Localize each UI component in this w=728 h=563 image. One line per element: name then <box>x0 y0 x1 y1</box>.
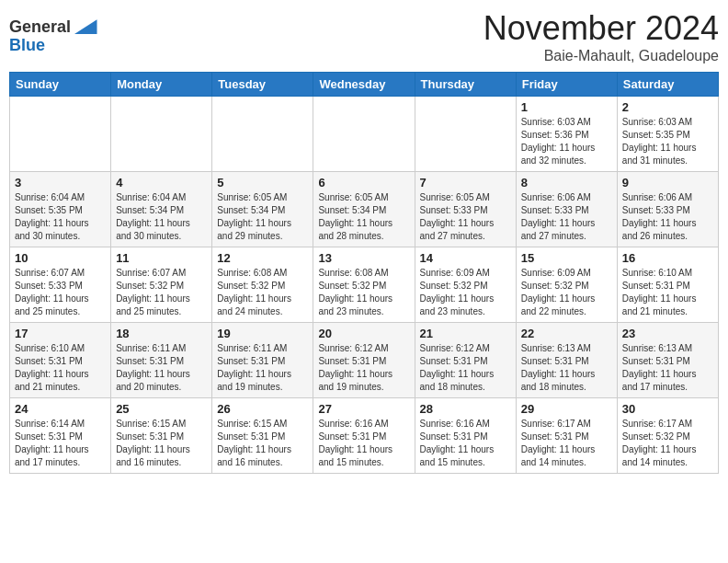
day-info: Sunrise: 6:08 AM Sunset: 5:32 PM Dayligh… <box>318 267 409 318</box>
calendar-cell: 7Sunrise: 6:05 AM Sunset: 5:33 PM Daylig… <box>415 172 516 247</box>
calendar-cell: 14Sunrise: 6:09 AM Sunset: 5:32 PM Dayli… <box>415 247 516 323</box>
day-number: 27 <box>318 402 409 416</box>
weekday-header: Tuesday <box>212 73 313 97</box>
day-number: 15 <box>521 251 612 265</box>
day-number: 3 <box>15 176 106 190</box>
calendar-cell <box>313 97 415 172</box>
calendar-cell <box>415 97 516 172</box>
day-number: 25 <box>116 402 207 416</box>
day-number: 20 <box>318 327 409 340</box>
calendar-cell: 24Sunrise: 6:14 AM Sunset: 5:31 PM Dayli… <box>10 398 111 474</box>
day-number: 19 <box>217 327 308 340</box>
day-number: 4 <box>116 176 207 190</box>
day-info: Sunrise: 6:07 AM Sunset: 5:32 PM Dayligh… <box>116 267 207 318</box>
calendar-header-row: SundayMondayTuesdayWednesdayThursdayFrid… <box>10 73 719 97</box>
calendar-week-row: 10Sunrise: 6:07 AM Sunset: 5:33 PM Dayli… <box>10 247 719 323</box>
day-info: Sunrise: 6:09 AM Sunset: 5:32 PM Dayligh… <box>521 267 612 318</box>
calendar-cell: 29Sunrise: 6:17 AM Sunset: 5:31 PM Dayli… <box>516 398 617 474</box>
weekday-header: Wednesday <box>313 73 415 97</box>
calendar-cell <box>212 97 313 172</box>
calendar-cell <box>10 97 111 172</box>
day-number: 29 <box>521 402 612 416</box>
day-info: Sunrise: 6:06 AM Sunset: 5:33 PM Dayligh… <box>622 191 713 243</box>
calendar-cell <box>111 97 212 172</box>
calendar-cell: 30Sunrise: 6:17 AM Sunset: 5:32 PM Dayli… <box>617 398 718 474</box>
calendar-cell: 25Sunrise: 6:15 AM Sunset: 5:31 PM Dayli… <box>111 398 212 474</box>
title-block: November 2024 Baie-Mahault, Guadeloupe <box>483 9 719 64</box>
month-title: November 2024 <box>483 9 719 48</box>
calendar-week-row: 1Sunrise: 6:03 AM Sunset: 5:36 PM Daylig… <box>10 97 719 172</box>
day-info: Sunrise: 6:11 AM Sunset: 5:31 PM Dayligh… <box>217 342 308 394</box>
day-info: Sunrise: 6:11 AM Sunset: 5:31 PM Dayligh… <box>116 342 207 394</box>
calendar-table: SundayMondayTuesdayWednesdayThursdayFrid… <box>9 72 719 474</box>
day-info: Sunrise: 6:15 AM Sunset: 5:31 PM Dayligh… <box>116 418 207 469</box>
calendar-cell: 23Sunrise: 6:13 AM Sunset: 5:31 PM Dayli… <box>617 323 718 398</box>
calendar-cell: 20Sunrise: 6:12 AM Sunset: 5:31 PM Dayli… <box>313 323 415 398</box>
day-number: 16 <box>622 251 713 265</box>
day-number: 18 <box>116 327 207 340</box>
day-info: Sunrise: 6:15 AM Sunset: 5:31 PM Dayligh… <box>217 418 308 469</box>
day-info: Sunrise: 6:16 AM Sunset: 5:31 PM Dayligh… <box>420 418 511 469</box>
day-info: Sunrise: 6:03 AM Sunset: 5:35 PM Dayligh… <box>622 116 713 167</box>
calendar-cell: 19Sunrise: 6:11 AM Sunset: 5:31 PM Dayli… <box>212 323 313 398</box>
logo-general: General <box>9 17 71 36</box>
day-number: 2 <box>622 100 713 114</box>
day-number: 23 <box>622 327 713 340</box>
day-info: Sunrise: 6:04 AM Sunset: 5:34 PM Dayligh… <box>116 191 207 243</box>
calendar-cell: 2Sunrise: 6:03 AM Sunset: 5:35 PM Daylig… <box>617 97 718 172</box>
day-info: Sunrise: 6:05 AM Sunset: 5:34 PM Dayligh… <box>217 191 308 243</box>
day-number: 17 <box>15 327 106 340</box>
calendar-cell: 18Sunrise: 6:11 AM Sunset: 5:31 PM Dayli… <box>111 323 212 398</box>
day-number: 9 <box>622 176 713 190</box>
weekday-header: Thursday <box>415 73 516 97</box>
calendar-cell: 22Sunrise: 6:13 AM Sunset: 5:31 PM Dayli… <box>516 323 617 398</box>
day-number: 11 <box>116 251 207 265</box>
day-info: Sunrise: 6:08 AM Sunset: 5:32 PM Dayligh… <box>217 267 308 318</box>
day-info: Sunrise: 6:07 AM Sunset: 5:33 PM Dayligh… <box>15 267 106 318</box>
calendar-cell: 10Sunrise: 6:07 AM Sunset: 5:33 PM Dayli… <box>10 247 111 323</box>
day-info: Sunrise: 6:12 AM Sunset: 5:31 PM Dayligh… <box>420 342 511 394</box>
day-info: Sunrise: 6:10 AM Sunset: 5:31 PM Dayligh… <box>622 267 713 318</box>
calendar-cell: 21Sunrise: 6:12 AM Sunset: 5:31 PM Dayli… <box>415 323 516 398</box>
calendar-cell: 8Sunrise: 6:06 AM Sunset: 5:33 PM Daylig… <box>516 172 617 247</box>
day-number: 10 <box>15 251 106 265</box>
weekday-header: Saturday <box>617 73 718 97</box>
day-number: 22 <box>521 327 612 340</box>
day-info: Sunrise: 6:06 AM Sunset: 5:33 PM Dayligh… <box>521 191 612 243</box>
weekday-header: Sunday <box>10 73 111 97</box>
location: Baie-Mahault, Guadeloupe <box>483 48 719 64</box>
calendar-week-row: 24Sunrise: 6:14 AM Sunset: 5:31 PM Dayli… <box>10 398 719 474</box>
calendar-week-row: 17Sunrise: 6:10 AM Sunset: 5:31 PM Dayli… <box>10 323 719 398</box>
day-number: 8 <box>521 176 612 190</box>
day-info: Sunrise: 6:09 AM Sunset: 5:32 PM Dayligh… <box>420 267 511 318</box>
calendar-week-row: 3Sunrise: 6:04 AM Sunset: 5:35 PM Daylig… <box>10 172 719 247</box>
day-info: Sunrise: 6:03 AM Sunset: 5:36 PM Dayligh… <box>521 116 612 167</box>
day-info: Sunrise: 6:17 AM Sunset: 5:31 PM Dayligh… <box>521 418 612 469</box>
logo: General Blue <box>9 18 100 55</box>
day-info: Sunrise: 6:16 AM Sunset: 5:31 PM Dayligh… <box>318 418 409 469</box>
day-info: Sunrise: 6:05 AM Sunset: 5:33 PM Dayligh… <box>420 191 511 243</box>
weekday-header: Friday <box>516 73 617 97</box>
day-number: 5 <box>217 176 308 190</box>
day-number: 26 <box>217 402 308 416</box>
calendar-cell: 17Sunrise: 6:10 AM Sunset: 5:31 PM Dayli… <box>10 323 111 398</box>
day-number: 30 <box>622 402 713 416</box>
day-info: Sunrise: 6:04 AM Sunset: 5:35 PM Dayligh… <box>15 191 106 243</box>
calendar-cell: 15Sunrise: 6:09 AM Sunset: 5:32 PM Dayli… <box>516 247 617 323</box>
calendar-cell: 6Sunrise: 6:05 AM Sunset: 5:34 PM Daylig… <box>313 172 415 247</box>
svg-marker-0 <box>74 20 97 35</box>
calendar-cell: 1Sunrise: 6:03 AM Sunset: 5:36 PM Daylig… <box>516 97 617 172</box>
day-number: 12 <box>217 251 308 265</box>
day-number: 24 <box>15 402 106 416</box>
day-info: Sunrise: 6:05 AM Sunset: 5:34 PM Dayligh… <box>318 191 409 243</box>
calendar-cell: 3Sunrise: 6:04 AM Sunset: 5:35 PM Daylig… <box>10 172 111 247</box>
day-info: Sunrise: 6:13 AM Sunset: 5:31 PM Dayligh… <box>521 342 612 394</box>
calendar-cell: 9Sunrise: 6:06 AM Sunset: 5:33 PM Daylig… <box>617 172 718 247</box>
day-number: 1 <box>521 100 612 114</box>
day-info: Sunrise: 6:12 AM Sunset: 5:31 PM Dayligh… <box>318 342 409 394</box>
calendar-cell: 11Sunrise: 6:07 AM Sunset: 5:32 PM Dayli… <box>111 247 212 323</box>
logo-blue: Blue <box>9 36 45 54</box>
day-info: Sunrise: 6:13 AM Sunset: 5:31 PM Dayligh… <box>622 342 713 394</box>
day-number: 6 <box>318 176 409 190</box>
day-number: 21 <box>420 327 511 340</box>
